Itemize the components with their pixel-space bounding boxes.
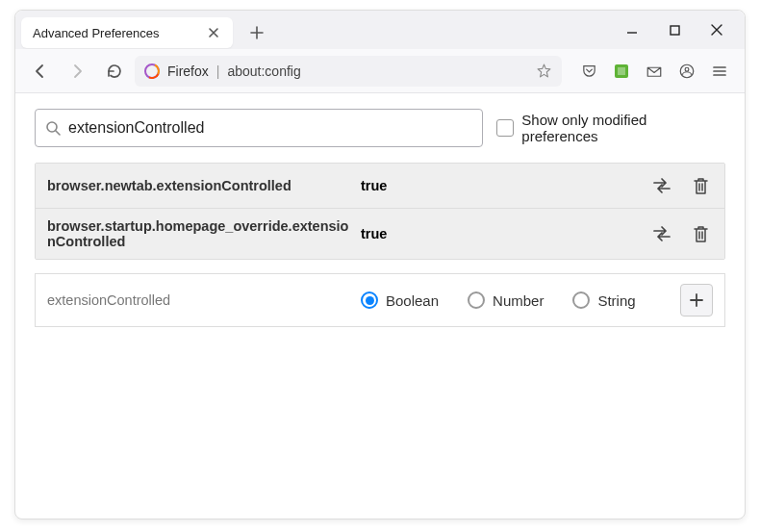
type-number-radio[interactable]: Number [468,291,544,309]
mail-icon[interactable] [639,56,670,87]
minimize-button[interactable] [623,21,641,38]
close-icon[interactable] [206,25,221,40]
toolbar-right-icons [573,56,735,87]
account-icon[interactable] [671,56,702,87]
urlbar-separator: | [216,63,220,79]
tab-title: Advanced Preferences [33,26,160,40]
firefox-icon [144,63,160,79]
pref-search-input[interactable]: extensionControlled [35,109,483,147]
pref-actions [649,221,713,246]
radio-label: String [597,292,635,309]
pref-value: true [355,226,649,241]
extension-icon[interactable] [606,56,637,87]
urlbar-text: about:config [227,63,528,79]
urlbar-prefix: Firefox [167,63,209,79]
pref-name: browser.startup.homepage_override.extens… [47,218,355,249]
new-tab-button[interactable] [242,18,271,47]
add-pref-button[interactable] [680,284,713,317]
pref-actions [649,173,713,198]
toolbar: Firefox | about:config [15,49,745,93]
pref-row[interactable]: browser.startup.homepage_override.extens… [36,209,724,259]
toggle-icon[interactable] [649,173,674,198]
browser-window: Advanced Preferences [14,10,746,519]
svg-rect-2 [618,67,625,75]
url-bar[interactable]: Firefox | about:config [135,56,562,87]
radio-label: Boolean [386,292,439,309]
tab-advanced-preferences[interactable]: Advanced Preferences [21,17,233,48]
toggle-icon[interactable] [649,221,674,246]
checkbox-icon [496,119,514,137]
pref-table: browser.newtab.extensionControlled true … [35,163,725,260]
type-radio-group: Boolean Number String [355,291,680,309]
maximize-button[interactable] [666,21,683,38]
radio-icon [361,291,378,309]
bookmark-star-icon[interactable] [536,63,552,79]
pref-row[interactable]: browser.newtab.extensionControlled true [36,164,724,209]
show-modified-checkbox[interactable]: Show only modified preferences [496,112,725,144]
pref-value: true [355,178,649,193]
type-boolean-radio[interactable]: Boolean [361,291,439,309]
type-string-radio[interactable]: String [572,291,635,309]
about-config-content: extensionControlled Show only modified p… [15,93,745,519]
close-window-button[interactable] [708,21,725,38]
radio-icon [572,291,590,309]
app-menu-button[interactable] [704,56,735,87]
new-pref-row: extensionControlled Boolean Number Strin… [35,273,725,327]
new-pref-name: extensionControlled [47,292,355,308]
show-modified-label: Show only modified preferences [521,112,725,144]
svg-rect-0 [671,26,679,35]
search-icon [45,120,61,136]
tab-bar: Advanced Preferences [15,11,745,49]
forward-button[interactable] [62,56,92,87]
back-button[interactable] [25,56,56,87]
svg-point-4 [685,67,689,71]
radio-icon [468,291,485,309]
trash-icon[interactable] [688,221,713,246]
reload-button[interactable] [98,56,129,87]
search-input-value: extensionControlled [68,119,204,137]
search-row: extensionControlled Show only modified p… [35,109,725,147]
trash-icon[interactable] [688,173,713,198]
pocket-icon[interactable] [573,56,604,87]
radio-label: Number [493,292,544,309]
window-controls [623,21,739,38]
pref-name: browser.newtab.extensionControlled [47,178,355,193]
